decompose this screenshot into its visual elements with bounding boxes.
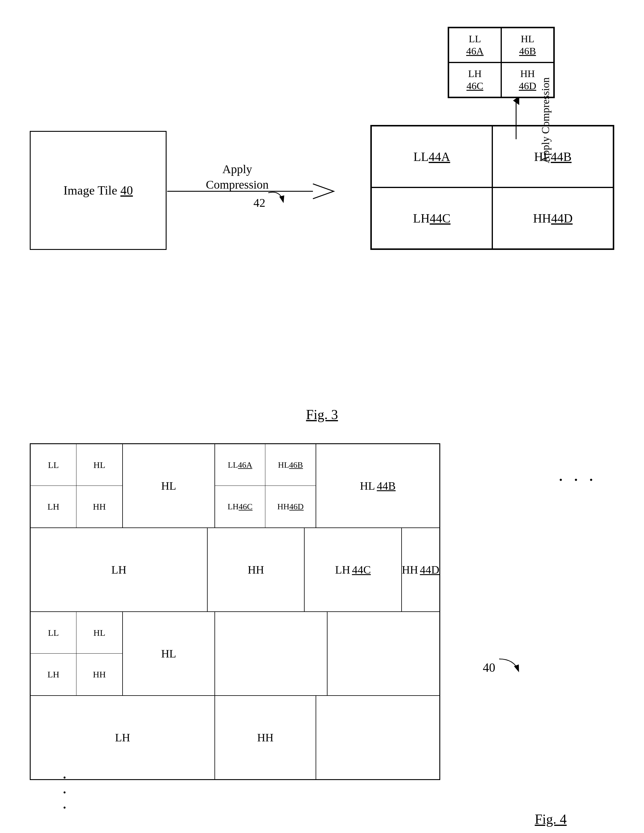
fig4-empty-row3-col3 xyxy=(215,612,328,695)
image-tile-box: Image Tile 40 xyxy=(30,131,167,250)
fig4-hl-top: HL xyxy=(123,444,215,527)
cell-hl-46b: HL46B xyxy=(501,28,554,63)
ll46-sub-c: LH46C xyxy=(215,486,265,527)
mini-cell-hl-bot: HL xyxy=(76,612,122,654)
cell-ll-46a: LL46A xyxy=(448,28,501,63)
fig4-hl-bot: HL xyxy=(123,612,215,695)
fig4-diagram: LL HL LH HH HL LL46A HL46B LH46C HH46D H… xyxy=(18,434,626,833)
ll46-sub-a: LL46A xyxy=(215,444,265,486)
horizontal-arrow-area: ApplyCompression 42 xyxy=(167,179,352,204)
fig4-lh-44c: LH 44C xyxy=(305,528,401,611)
mini-cell-hl: HL xyxy=(76,444,122,486)
fig4-label-40: 40 xyxy=(483,661,495,675)
fig4-empty-row4 xyxy=(316,696,439,779)
fig4-hh-44d: HH 44D xyxy=(402,528,439,611)
ll46-sub-b: HL46B xyxy=(265,444,316,486)
subband-top-grid: LL46A HL46B LH46C HH46D xyxy=(448,27,555,98)
fig4-vertical-dots: ··· xyxy=(63,770,67,815)
fig4-ellipsis: . . . xyxy=(559,464,597,485)
mini-cell-ll-bot: LL xyxy=(31,612,76,654)
image-tile-label: Image Tile 40 xyxy=(63,183,133,198)
apply-compression-horiz-label: ApplyCompression xyxy=(206,162,268,193)
fig3-caption: Fig. 3 xyxy=(306,407,338,423)
fig4-empty-row3-col4 xyxy=(328,612,439,695)
cell-lh-44c: LH 44C xyxy=(371,187,492,249)
cell-hl-44b: HL 44B xyxy=(492,126,613,187)
fig4-caption: Fig. 4 xyxy=(535,811,567,827)
fig4-hh-row2: HH xyxy=(208,528,305,611)
ll46-sub-d: HH46D xyxy=(265,486,316,527)
mini-cell-ll: LL xyxy=(31,444,76,486)
mini-cell-hh: HH xyxy=(76,486,122,527)
fig4-lh-bot: LH xyxy=(31,696,215,779)
label-42: 42 xyxy=(254,196,265,210)
fig4-mini-subband-top: LL HL LH HH xyxy=(31,444,123,527)
cell-ll-44a: LL 44A xyxy=(371,126,492,187)
mini-cell-lh-bot: LH xyxy=(31,654,76,695)
fig4-ll46-grid: LL46A HL46B LH46C HH46D xyxy=(215,444,316,527)
mini-cell-hh-bot: HH xyxy=(76,654,122,695)
curved-arrow-40 xyxy=(496,658,523,678)
subband-main-grid: LL 44A HL 44B LH 44C HH 44D xyxy=(370,125,614,250)
fig4-hh-bot: HH xyxy=(215,696,316,779)
fig4-outer-grid: LL HL LH HH HL LL46A HL46B LH46C HH46D H… xyxy=(30,443,440,780)
fig4-mini-subband-bot: LL HL LH HH xyxy=(31,612,123,695)
fig4-hl-44b: HL 44B xyxy=(316,444,439,527)
cell-lh-46c: LH46C xyxy=(448,63,501,97)
curved-arrow-42 xyxy=(265,190,289,207)
mini-cell-lh: LH xyxy=(31,486,76,527)
cell-hh-44d: HH 44D xyxy=(492,187,613,249)
fig4-lh-row2: LH xyxy=(31,528,208,611)
fig3-diagram: LL46A HL46B LH46C HH46D xyxy=(18,18,626,428)
